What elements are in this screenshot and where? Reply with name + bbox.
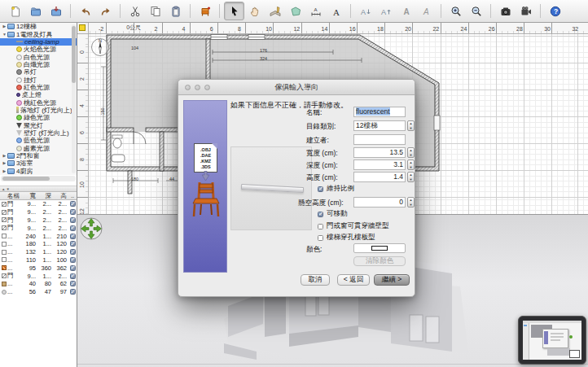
tree-item-火焰色光源[interactable]: 火焰色光源 — [0, 46, 77, 53]
open-icon[interactable] — [25, 2, 46, 20]
expander-icon[interactable]: ▶ — [2, 23, 7, 30]
table-row[interactable]: ...2401...210 — [0, 232, 77, 240]
increase-text-size-icon[interactable]: A — [375, 2, 396, 20]
tree-item-1電燈及灯具[interactable]: ▼1電燈及灯具 — [0, 30, 77, 37]
height-input[interactable]: 1.4 — [353, 172, 406, 182]
table-row[interactable]: ...95360362 — [0, 264, 77, 272]
copy-icon[interactable] — [145, 2, 165, 20]
tree-item-白熾光源[interactable]: 白熾光源 — [0, 61, 77, 68]
name-input[interactable]: fluorescent — [353, 107, 406, 117]
table-row[interactable]: 門9...2...2... — [0, 208, 77, 216]
column-header-深[interactable]: 深 — [37, 192, 53, 199]
expander-icon[interactable]: ▼ — [2, 31, 7, 38]
table-row[interactable]: ...408062 — [0, 280, 77, 288]
close-window-icon[interactable] — [185, 85, 191, 90]
creator-input[interactable] — [353, 134, 406, 145]
tree-item-白色光源[interactable]: 白色光源 — [0, 53, 77, 60]
zoom-out-icon[interactable] — [466, 2, 486, 20]
back-button[interactable]: < 返回 — [337, 274, 370, 286]
furniture-catalog-tree[interactable]: ▶12樓梯▼1電燈及灯具ceiling-lamp火焰色光源白色光源白熾光源吊灯挂… — [0, 23, 77, 175]
select-icon[interactable] — [224, 2, 244, 20]
save-icon[interactable] — [46, 2, 66, 20]
create-video-icon[interactable] — [516, 2, 536, 20]
expander-icon[interactable]: ▶ — [2, 168, 7, 175]
tree-vertical-scrollbar[interactable] — [72, 24, 76, 173]
tree-item-鹵素光源[interactable]: 鹵素光源 — [0, 145, 77, 152]
tree-item-壁灯 (灯光向上)[interactable]: 壁灯 (灯光向上) — [0, 129, 77, 137]
table-row[interactable]: ...1321...120 — [0, 248, 77, 256]
tree-item-桌上燈[interactable]: 桌上燈 — [0, 91, 77, 98]
table-row[interactable]: ...1801...120 — [0, 240, 77, 248]
elevation-input[interactable]: 0 — [353, 197, 406, 208]
column-header-..[interactable]: .. — [68, 192, 77, 199]
tree-item-聚光灯[interactable]: 聚光灯 — [0, 121, 77, 129]
checkbox-checked-icon[interactable] — [70, 209, 76, 215]
screen-preview-window[interactable] — [518, 316, 586, 365]
scrollbar-thumb[interactable] — [72, 26, 76, 83]
staircase-checkbox[interactable]: 樓梯穿孔樓板型 — [318, 233, 375, 242]
furniture-table-header[interactable]: 名稱寬深高.. — [0, 192, 77, 200]
table-row[interactable]: ...564797 — [0, 288, 77, 296]
pan-icon[interactable] — [244, 2, 265, 20]
checkbox-checked-icon[interactable] — [70, 281, 76, 286]
clear-color-button[interactable]: 清除顏色 — [353, 256, 406, 266]
category-select[interactable]: 12樓梯 — [353, 120, 406, 131]
tree-item-紅色光源[interactable]: 紅色光源 — [0, 84, 77, 91]
checkbox-checked-icon[interactable] — [70, 273, 76, 279]
tree-item-綠色光源[interactable]: 綠色光源 — [0, 114, 77, 121]
3d-navigation-arrows-icon[interactable] — [79, 216, 103, 241]
checkbox-checked-icon[interactable] — [70, 225, 76, 231]
width-input[interactable]: 13.5 — [353, 147, 406, 158]
dialog-titlebar[interactable]: 傢俱輸入導向 — [178, 80, 415, 95]
checkbox-checked-icon[interactable] — [70, 257, 76, 263]
checkbox-checked-icon[interactable] — [70, 217, 76, 223]
bold-icon[interactable]: A — [396, 2, 416, 20]
table-row[interactable]: 門9...2...2... — [0, 200, 77, 208]
create-dimensions-icon[interactable]: A — [305, 2, 326, 20]
furniture-table[interactable]: 門9...2...2...門9...2...2...門9...2...2...門… — [0, 200, 77, 298]
paste-icon[interactable] — [165, 2, 186, 20]
checkbox-checked-icon[interactable] — [70, 201, 76, 207]
tree-item-3浴室[interactable]: ▶3浴室 — [0, 159, 77, 167]
column-header-寬[interactable]: 寬 — [20, 192, 37, 199]
tree-item-挂灯[interactable]: 挂灯 — [0, 76, 77, 83]
cut-icon[interactable] — [125, 2, 145, 20]
checkbox-checked-icon[interactable] — [318, 212, 323, 217]
add-text-icon[interactable]: A — [326, 2, 346, 20]
table-row[interactable]: 門9...1...2... — [0, 272, 77, 280]
elevation-stepper[interactable]: ▲▼ — [407, 197, 415, 208]
width-stepper[interactable]: ▲▼ — [407, 147, 415, 158]
checkbox-unchecked-icon[interactable] — [318, 224, 323, 229]
category-stepper[interactable]: ▲▼ — [407, 120, 415, 131]
tree-horizontal-scrollbar[interactable] — [1, 176, 76, 181]
depth-input[interactable]: 3.1 — [353, 159, 406, 170]
checkbox-unchecked-icon[interactable] — [318, 235, 323, 241]
table-row[interactable]: ...1101...100 — [0, 256, 77, 264]
tree-item-落地灯 (灯光向上)[interactable]: 落地灯 (灯光向上) — [0, 107, 77, 114]
column-header-名稱[interactable]: 名稱 — [7, 192, 20, 199]
depth-stepper[interactable]: ▲▼ — [407, 159, 415, 170]
color-picker-button[interactable] — [353, 243, 406, 253]
checkbox-checked-icon[interactable] — [70, 249, 76, 255]
checkbox-checked-icon[interactable] — [318, 186, 323, 192]
create-photo-icon[interactable] — [495, 2, 516, 20]
height-stepper[interactable]: ▲▼ — [407, 172, 415, 182]
keep-proportions-checkbox[interactable]: 維持比例 — [318, 184, 354, 194]
create-walls-icon[interactable] — [265, 2, 285, 20]
checkbox-checked-icon[interactable] — [70, 234, 76, 239]
import-furniture-icon[interactable] — [195, 2, 215, 20]
help-icon[interactable]: ? — [545, 2, 565, 20]
italic-icon[interactable]: A — [416, 2, 437, 20]
checkbox-checked-icon[interactable] — [70, 265, 76, 271]
minimize-window-icon[interactable] — [195, 85, 200, 90]
tree-item-藍色光源[interactable]: 藍色光源 — [0, 137, 77, 144]
movable-checkbox[interactable]: 可移動 — [318, 209, 348, 219]
tree-item-ceiling-lamp[interactable]: ceiling-lamp — [0, 38, 77, 46]
checkbox-checked-icon[interactable] — [70, 241, 76, 247]
tree-item-4廚房[interactable]: ▶4廚房 — [0, 168, 77, 175]
door-or-window-checkbox[interactable]: 門或窗可貫穿牆壁型 — [318, 221, 389, 231]
new-file-icon[interactable] — [5, 2, 25, 20]
cancel-button[interactable]: 取消 — [301, 274, 330, 286]
undo-icon[interactable] — [75, 2, 95, 20]
column-header-高[interactable]: 高 — [53, 192, 68, 199]
